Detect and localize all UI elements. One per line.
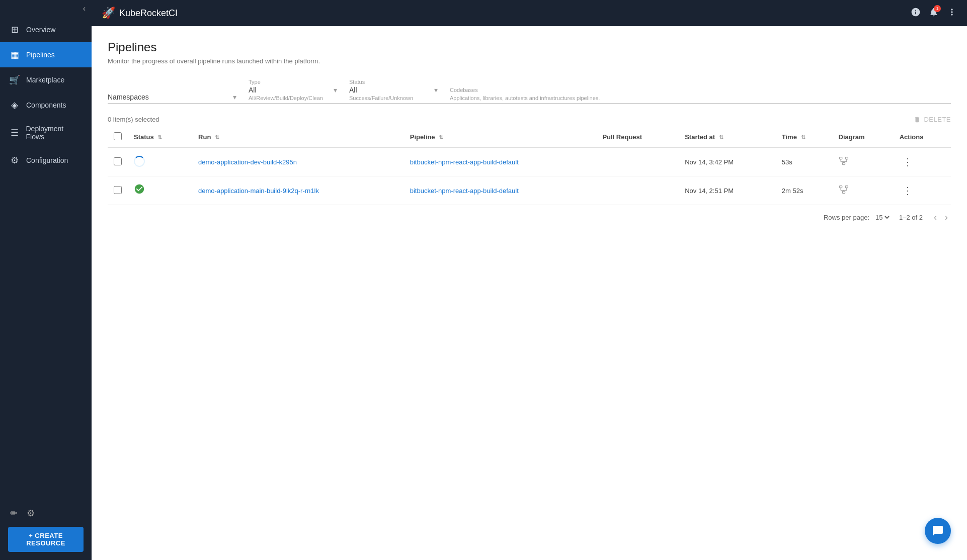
actions-column-header: Actions [894,127,951,147]
diagram-icon-0[interactable] [839,158,849,168]
status-filter-hint: Success/Failure/Unknown [349,95,438,101]
sidebar-item-label-components: Components [26,101,66,109]
run-link-1[interactable]: demo-application-main-build-9lk2q-r-rn1l… [198,187,319,195]
time-column-header: Time ⇅ [776,127,833,147]
row-actions-button-0[interactable]: ⋮ [900,155,916,169]
row-actions-button-1[interactable]: ⋮ [900,183,916,198]
svg-rect-2 [842,162,845,164]
select-all-checkbox[interactable] [114,132,122,140]
run-sort-icon[interactable]: ⇅ [215,134,219,140]
pagination-row: Rows per page: 15 25 50 1–2 of 2 ‹ › [108,205,951,226]
sidebar-item-label-overview: Overview [26,26,55,34]
namespaces-value: Namespaces [108,93,149,101]
table-header: Status ⇅ Run ⇅ Pipeline ⇅ Pull Request S… [108,127,951,147]
codebases-filter[interactable]: Codebases Applications, libraries, autot… [450,87,951,104]
chat-fab-button[interactable] [925,518,951,544]
main-wrapper: 🚀 KubeRocketCI 1 Pipelines Monitor the p… [92,0,967,560]
row-status-cell [128,176,192,205]
info-icon-button[interactable] [911,7,921,20]
sidebar-item-overview[interactable]: ⊞ Overview [0,17,92,42]
type-filter-label: Type [249,79,337,85]
pipeline-link-0[interactable]: bitbucket-npm-react-app-build-default [410,158,519,166]
pagination-info: 1–2 of 2 [899,214,923,221]
status-sort-icon[interactable]: ⇅ [157,134,162,140]
status-filter-label: Status [349,79,438,85]
sidebar-item-deployment-flows[interactable]: ☰ Deployment Flows [0,118,92,148]
diagram-column-header: Diagram [833,127,894,147]
delete-button[interactable]: DELETE [914,116,951,123]
notification-icon-button[interactable]: 1 [929,7,939,20]
topbar-icons: 1 [911,7,957,20]
row-time-cell: 53s [776,147,833,176]
delete-label: DELETE [924,116,951,123]
deployment-flows-icon: ☰ [9,127,20,138]
status-success-icon [134,184,145,197]
menu-icon-button[interactable] [947,7,957,20]
svg-rect-1 [845,157,848,159]
namespaces-arrow-icon[interactable]: ▾ [233,93,236,101]
svg-rect-0 [839,157,842,159]
pipeline-sort-icon[interactable]: ⇅ [439,134,443,140]
sidebar: ‹ ⊞ Overview ▦ Pipelines 🛒 Marketplace ◈… [0,0,92,560]
components-icon: ◈ [9,100,20,111]
sidebar-item-components[interactable]: ◈ Components [0,92,92,118]
row-checkbox-cell [108,176,128,205]
marketplace-icon: 🛒 [9,74,20,85]
row-pull-request-cell [596,147,679,176]
status-filter[interactable]: Status All ▾ Success/Failure/Unknown [349,79,450,104]
svg-rect-7 [839,185,842,188]
sidebar-item-label-deployment-flows: Deployment Flows [26,125,83,141]
table-toolbar: 0 item(s) selected DELETE [108,116,951,123]
page-title: Pipelines [108,40,951,54]
settings-icon: ⚙ [27,508,35,518]
pipelines-table: Status ⇅ Run ⇅ Pipeline ⇅ Pull Request S… [108,127,951,205]
create-resource-button[interactable]: + CREATE RESOURCE [8,527,84,552]
settings-tool-button[interactable]: ⚙ [25,506,37,521]
rows-per-page-label: Rows per page: [824,214,869,221]
overview-icon: ⊞ [9,24,20,35]
status-arrow-icon[interactable]: ▾ [434,86,438,94]
logo-icon: 🚀 [102,7,115,20]
sidebar-item-marketplace[interactable]: 🛒 Marketplace [0,67,92,92]
sidebar-item-configuration[interactable]: ⚙ Configuration [0,148,92,173]
started-at-sort-icon[interactable]: ⇅ [719,134,723,140]
sidebar-item-label-marketplace: Marketplace [26,76,64,84]
status-filter-value: All [349,86,357,94]
select-all-header[interactable] [108,127,128,147]
table-row: demo-application-main-build-9lk2q-r-rn1l… [108,176,951,205]
row-diagram-cell [833,176,894,205]
row-checkbox-1[interactable] [114,186,122,194]
topbar: 🚀 KubeRocketCI 1 [92,0,967,26]
pipeline-link-1[interactable]: bitbucket-npm-react-app-build-default [410,187,519,195]
pipelines-icon: ▦ [9,49,20,60]
sidebar-collapse-button[interactable]: ‹ [0,0,92,17]
type-filter[interactable]: Type All ▾ All/Review/Build/Deploy/Clean [249,79,349,104]
pagination-next-button[interactable]: › [942,211,951,224]
pagination-nav: ‹ › [931,211,951,224]
row-pull-request-cell [596,176,679,205]
time-sort-icon[interactable]: ⇅ [801,134,805,140]
pull-request-column-header: Pull Request [596,127,679,147]
row-actions-cell: ⋮ [894,176,951,205]
row-checkbox-0[interactable] [114,157,122,165]
row-diagram-cell [833,147,894,176]
pipeline-column-header: Pipeline ⇅ [404,127,597,147]
row-started-at-cell: Nov 14, 3:42 PM [679,147,776,176]
diagram-icon-1[interactable] [839,186,849,197]
filters-row: Namespaces ▾ Type All ▾ All/Review/Build… [108,79,951,104]
status-running-icon [134,156,145,167]
table-row: demo-application-dev-build-k295n bitbuck… [108,147,951,176]
rows-per-page-select[interactable]: 15 25 50 [873,213,891,222]
started-at-column-header: Started at ⇅ [679,127,776,147]
pagination-prev-button[interactable]: ‹ [931,211,940,224]
sidebar-item-pipelines[interactable]: ▦ Pipelines [0,42,92,67]
run-link-0[interactable]: demo-application-dev-build-k295n [198,158,297,166]
edit-tool-button[interactable]: ✏ [8,506,20,521]
notification-badge: 1 [934,5,941,12]
type-arrow-icon[interactable]: ▾ [334,86,337,94]
codebases-filter-label: Codebases [450,87,939,93]
collapse-icon: ‹ [83,4,86,13]
table-body: demo-application-dev-build-k295n bitbuck… [108,147,951,205]
namespaces-filter[interactable]: Namespaces ▾ [108,93,249,104]
edit-icon: ✏ [10,508,18,518]
